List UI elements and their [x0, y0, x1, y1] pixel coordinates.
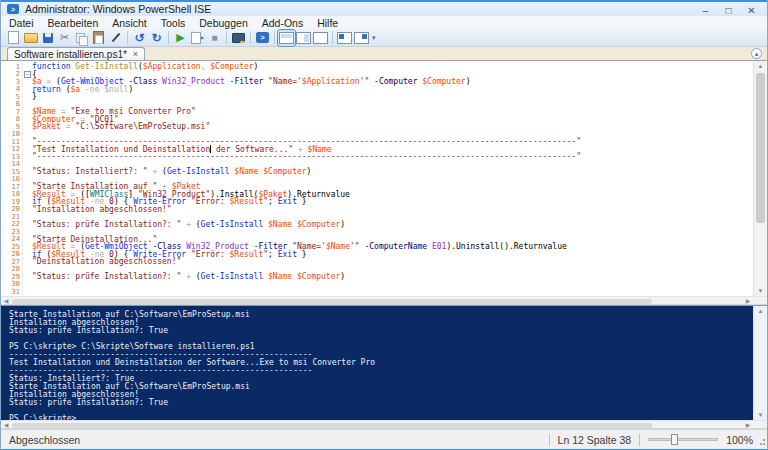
code-line[interactable]: 27"Deinstallation abgeschlossen!" [1, 258, 753, 266]
code-line[interactable]: 9$Paket = "C:\Software\EmProSetup.msi" [1, 123, 753, 131]
title-bar[interactable]: > Administrator: Windows PowerShell ISE … [1, 0, 767, 16]
code-text: "---------------------------------------… [32, 152, 581, 161]
paste-icon[interactable] [90, 30, 107, 46]
script-pane-toggle-button[interactable]: ▴ [751, 48, 762, 59]
console-scroll-up-icon[interactable]: ▲ [754, 306, 767, 316]
status-separator [639, 434, 640, 446]
code-line[interactable]: 22"Status: prüfe Installation?: " + (Get… [1, 221, 753, 229]
powershell-ise-window: > Administrator: Windows PowerShell ISE … [0, 0, 768, 450]
console-vertical-scrollbar[interactable]: ▲ ▼ [753, 306, 767, 420]
code-line[interactable]: 1function Get-IsInstall($Application, $C… [1, 63, 753, 71]
code-text: "Status: prüfe Installation?: " + (Get-I… [32, 272, 345, 281]
run-script-icon[interactable]: ▶ [172, 30, 189, 46]
console-pane[interactable]: Starte Installation auf C:\Software\EmPr… [1, 305, 767, 420]
save-icon[interactable] [39, 30, 56, 46]
clear-console-icon[interactable] [107, 30, 124, 46]
status-text: Abgeschlossen [9, 434, 80, 446]
menu-tools[interactable]: Tools [161, 17, 186, 29]
zoom-level: 100% [726, 434, 753, 446]
collapse-region-icon[interactable]: − [24, 71, 31, 78]
toolbar-separator [250, 31, 251, 44]
zoom-slider[interactable] [648, 438, 718, 441]
minimize-button[interactable]: – [694, 2, 717, 18]
code-line[interactable]: 30 [1, 281, 753, 289]
close-button[interactable]: ✕ [740, 2, 763, 18]
menu-add-ons[interactable]: Add-Ons [262, 17, 303, 29]
menu-datei[interactable]: Datei [9, 17, 34, 29]
toolbar-overflow-icon[interactable]: ▾ [372, 34, 376, 42]
layout-top-icon[interactable] [278, 30, 295, 46]
new-script-icon[interactable] [5, 30, 22, 46]
run-selection-icon[interactable]: ▶ [189, 30, 206, 46]
toolbar: ✂↺↻▶▶■>▾ [1, 29, 767, 47]
console-horizontal-scrollbar[interactable]: ◀ ▶ [1, 420, 767, 429]
status-separator [549, 434, 550, 446]
code-text: function Get-IsInstall($Application, $Co… [32, 62, 258, 71]
menu-bar: DateiBearbeitenAnsichtToolsDebuggenAdd-O… [1, 16, 767, 29]
toolbar-separator [168, 31, 169, 44]
open-script-icon[interactable] [22, 30, 39, 46]
resize-grip[interactable] [757, 439, 765, 447]
status-bar: Abgeschlossen Ln 12 Spalte 38 100% [1, 429, 767, 449]
maximize-button[interactable]: □ [717, 2, 740, 18]
tab-software-installieren[interactable]: Software installieren.ps1* × [7, 47, 145, 60]
editor-vscroll-thumb[interactable] [756, 73, 765, 223]
script-editor-pane[interactable]: 1function Get-IsInstall($Application, $C… [1, 61, 767, 296]
layout-max-icon[interactable] [312, 30, 329, 46]
tab-strip: Software installieren.ps1* × ▴ [1, 47, 767, 61]
editor-horizontal-scrollbar[interactable]: ◀ ▶ [1, 296, 767, 305]
code-text: "Status: Installiert?: " + (Get-IsInstal… [32, 167, 311, 176]
menu-debuggen[interactable]: Debuggen [199, 17, 247, 29]
scroll-left-icon[interactable]: ◀ [1, 297, 11, 304]
menu-ansicht[interactable]: Ansicht [112, 17, 146, 29]
code-text: } [32, 92, 37, 101]
scroll-right-icon[interactable]: ▶ [743, 297, 753, 304]
console-line [9, 407, 767, 415]
toolbar-separator [332, 31, 333, 44]
console-scroll-right-icon[interactable]: ▶ [743, 421, 753, 428]
scroll-down-icon[interactable]: ▼ [754, 286, 767, 296]
code-line[interactable]: 13"-------------------------------------… [1, 153, 753, 161]
toolbar-separator [274, 31, 275, 44]
menu-hilfe[interactable]: Hilfe [317, 17, 338, 29]
toolbar-separator [127, 31, 128, 44]
line-number: 31 [1, 288, 23, 296]
code-text: $Paket = "C:\Software\EmProSetup.msi" [32, 122, 210, 131]
new-remote-tab-icon[interactable] [230, 30, 247, 46]
console-scroll-left-icon[interactable]: ◀ [1, 421, 11, 428]
script-pane-top-icon[interactable] [336, 30, 353, 46]
script-pane-right-icon[interactable] [353, 30, 370, 46]
console-hscroll-thumb[interactable] [12, 423, 652, 428]
code-text: "Status: prüfe Installation?: " + (Get-I… [32, 220, 345, 229]
console-line: Status: prüfe Installation?: True [9, 327, 767, 335]
code-line[interactable]: 4return ($a -ne $null) [1, 86, 753, 94]
window-title: Administrator: Windows PowerShell ISE [25, 3, 211, 15]
redo-icon[interactable]: ↻ [148, 30, 165, 46]
scroll-up-icon[interactable]: ▲ [754, 61, 767, 71]
code-text: "Installation abgeschlossen!" [32, 205, 172, 214]
undo-icon[interactable]: ↺ [131, 30, 148, 46]
code-line[interactable]: 31 [1, 288, 753, 296]
code-line[interactable]: 29"Status: prüfe Installation?: " + (Get… [1, 273, 753, 281]
tab-label: Software installieren.ps1* [14, 49, 127, 60]
code-line[interactable]: 15"Status: Installiert?: " + (Get-IsInst… [1, 168, 753, 176]
console-scroll-down-icon[interactable]: ▼ [754, 410, 767, 420]
code-line[interactable]: 5} [1, 93, 753, 101]
layout-right-icon[interactable] [295, 30, 312, 46]
tab-close-icon[interactable]: × [133, 49, 138, 59]
powershell-app-icon: > [7, 4, 19, 14]
code-text: "Deinstallation abgeschlossen!" [32, 257, 181, 266]
toolbar-separator [226, 31, 227, 44]
zoom-slider-thumb[interactable] [671, 434, 678, 445]
stop-icon[interactable]: ■ [206, 30, 223, 46]
menu-bearbeiten[interactable]: Bearbeiten [48, 17, 99, 29]
start-powershell-icon[interactable]: > [254, 30, 271, 46]
line-column-indicator: Ln 12 Spalte 38 [558, 434, 632, 446]
editor-hscroll-thumb[interactable] [12, 299, 652, 304]
editor-vertical-scrollbar[interactable]: ▲ ▼ [753, 61, 767, 296]
console-line: Status: prüfe Installation?: True [9, 399, 767, 407]
copy-icon[interactable] [73, 30, 90, 46]
cut-icon[interactable]: ✂ [56, 30, 73, 46]
code-line[interactable]: 20"Installation abgeschlossen!" [1, 206, 753, 214]
code-text: return ($a -ne $null) [32, 85, 133, 94]
